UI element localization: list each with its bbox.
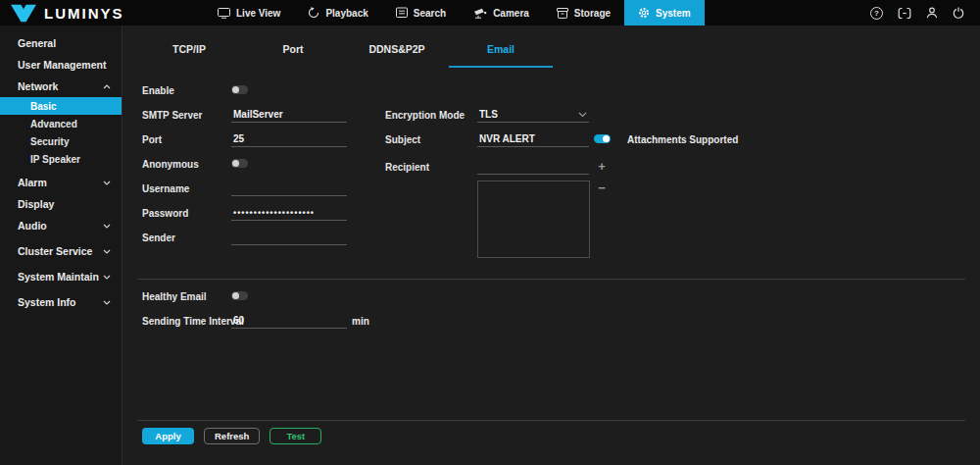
interval-unit-label: min [352,313,369,329]
storage-drive-icon [557,8,568,19]
attachments-toggle[interactable] [594,134,611,143]
sidebar-item-system-maintain[interactable]: System Maintain [0,266,122,287]
encryption-mode-row: Encryption Mode TLS [123,107,980,123]
apply-button[interactable]: Apply [142,428,194,444]
tab-port[interactable]: Port [241,43,345,68]
network-tabs: TCP/IP Port DDNS&P2P Email [137,43,553,68]
brand-logo: LUMINYS [0,4,204,23]
top-bar: LUMINYS Live View Playback Search [0,0,980,26]
username-label: Username [142,181,189,196]
sidebar-item-alarm[interactable]: Alarm [0,172,122,193]
sending-interval-row: Sending Time Interval 60 min [123,313,980,329]
gear-icon [638,7,650,19]
chevron-down-icon [578,112,587,118]
chevron-up-icon [103,84,111,89]
enable-label: Enable [142,82,174,98]
nav-label: System [656,8,691,19]
sidebar-item-system-info[interactable]: System Info [0,291,122,313]
utility-icons: ? [870,7,980,20]
sending-interval-label: Sending Time Interval [142,313,244,329]
search-files-icon [396,7,408,19]
capture-fullscreen-icon[interactable] [898,7,911,20]
chevron-down-icon [103,224,111,229]
tab-ddns-p2p[interactable]: DDNS&P2P [345,43,449,68]
encryption-mode-label: Encryption Mode [385,107,465,123]
recipient-input[interactable] [477,159,589,175]
chevron-down-icon [103,181,111,185]
tab-email[interactable]: Email [449,43,553,68]
healthy-email-toggle[interactable] [231,291,248,300]
chevron-down-icon [103,275,111,280]
power-icon[interactable] [953,7,964,19]
tab-tcpip[interactable]: TCP/IP [137,43,241,68]
sidebar-subitem-advanced[interactable]: Advanced [0,115,122,132]
healthy-email-row: Healthy Email [123,288,980,304]
test-button[interactable]: Test [270,428,321,444]
add-recipient-icon[interactable]: + [596,161,608,173]
sidebar-item-general[interactable]: General [0,32,122,54]
action-buttons: Apply Refresh Test [142,428,321,444]
username-input[interactable] [231,181,347,196]
nav-system[interactable]: System [624,0,705,26]
nav-camera[interactable]: Camera [460,0,543,26]
luminys-logo-icon [10,4,37,23]
nav-playback[interactable]: Playback [294,0,381,26]
sidebar-subitem-ip-speaker[interactable]: IP Speaker [0,150,122,168]
footer-divider [137,420,965,421]
sender-label: Sender [142,230,175,245]
nav-label: Camera [493,8,529,19]
nav-label: Storage [574,8,611,19]
replay-arrow-icon [308,7,319,19]
monitor-icon [218,8,230,19]
nav-storage[interactable]: Storage [543,0,624,26]
nav-label: Live View [236,8,280,19]
recipient-label: Recipient [385,159,429,175]
chevron-down-icon [103,300,111,305]
sidebar-subitem-basic[interactable]: Basic [0,97,122,115]
recipient-list[interactable] [477,181,590,258]
sidebar-item-user-management[interactable]: User Management [0,54,122,76]
brand-wordmark: LUMINYS [44,5,124,22]
camera-icon [473,8,487,19]
subject-label: Subject [385,131,420,147]
healthy-email-label: Healthy Email [142,288,207,304]
enable-toggle[interactable] [231,85,248,94]
network-basic-panel: TCP/IP Port DDNS&P2P Email Enable SMTP S… [123,26,980,465]
nav-search[interactable]: Search [382,0,460,26]
subject-input[interactable]: NVR ALERT [477,131,589,147]
encryption-mode-select[interactable]: TLS [477,107,589,123]
remove-recipient-icon[interactable]: − [596,182,608,194]
sidebar-subitem-security[interactable]: Security [0,132,122,150]
chevron-down-icon [103,249,111,254]
refresh-button[interactable]: Refresh [204,428,260,444]
help-icon[interactable]: ? [870,7,883,20]
app-window: LUMINYS Live View Playback Search [0,0,980,465]
sender-input[interactable] [231,230,347,245]
attachments-supported-label: Attachments Supported [627,131,738,147]
subject-row: Subject NVR ALERT Attachments Supported [123,131,980,147]
settings-sidebar: General User Management Network Basic Ad… [0,26,122,465]
user-icon[interactable] [926,7,938,19]
password-label: Password [142,205,188,221]
sending-interval-input[interactable]: 60 [231,313,347,329]
sidebar-item-display[interactable]: Display [0,193,122,215]
nav-live-view[interactable]: Live View [204,0,294,26]
main-navigation: Live View Playback Search Camera [204,0,705,26]
sidebar-item-network[interactable]: Network [0,76,122,97]
enable-row: Enable [123,82,980,98]
nav-label: Search [414,8,446,19]
nav-label: Playback [325,8,368,19]
recipient-row: Recipient + [123,159,980,175]
sidebar-item-cluster-service[interactable]: Cluster Service [0,240,122,262]
section-divider [137,279,965,280]
sidebar-item-audio[interactable]: Audio [0,215,122,236]
password-input[interactable]: •••••••••••••••••••• [231,205,347,221]
